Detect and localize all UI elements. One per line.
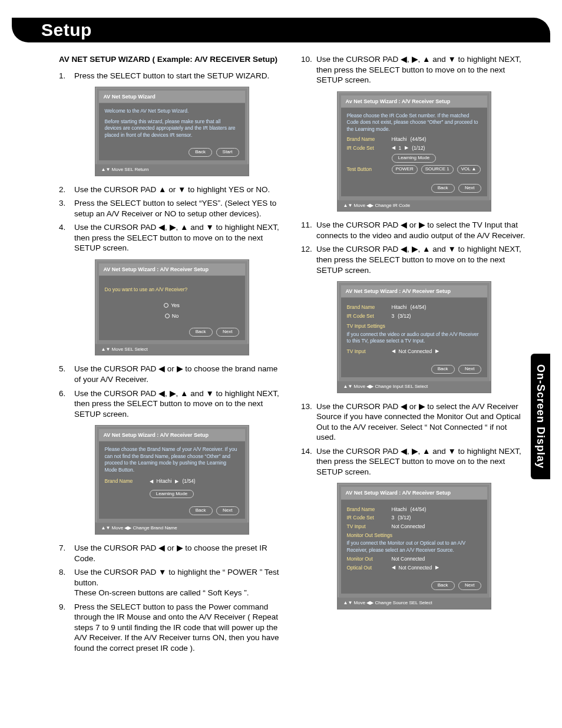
osd-msg: Please choose the Brand Name of your A/V…: [105, 446, 239, 473]
ir-label: IR Code Set: [347, 515, 388, 521]
brand-value: Hitachi: [157, 478, 172, 485]
osd-welcome: AV Net Setup Wizard Welcome to the AV Ne…: [95, 87, 249, 176]
power-button[interactable]: POWER: [392, 165, 418, 174]
steps-left: Press the SELECT button to start the SET…: [59, 71, 285, 81]
brand-index: (1/54): [182, 478, 195, 485]
osd-ircode: Av Net Setup Wizard : A/V Receiver Setup…: [337, 91, 491, 212]
radio-icon[interactable]: [165, 314, 170, 318]
tvinput-label: TV Input: [347, 348, 388, 355]
step-text: Use the CURSOR PAD ◀, ▶, ▲ and ▼ to high…: [316, 54, 527, 85]
osd-header: AV Net Setup Wizard : A/V Receiver Setup: [341, 487, 487, 499]
osd-header: AV Net Setup Wizard : A/V Receiver Setup: [99, 429, 245, 442]
radio-icon[interactable]: [164, 303, 168, 308]
osd-header: Av Net Setup Wizard : A/V Receiver Setup: [341, 95, 487, 108]
osd-back-button[interactable]: Back: [189, 506, 213, 515]
test-label: Test Button: [347, 166, 388, 173]
osd-tvinput: AV Net Setup Wizard : A/V Receiver Setup…: [337, 281, 491, 393]
step-text: Use the CURSOR PAD ◀, ▶, ▲ and ▼ to high…: [316, 446, 527, 477]
tv-settings-msg: If you connect the video or audio output…: [347, 331, 481, 345]
step-text: Press the SELECT button to start the SET…: [74, 71, 285, 81]
opt-yes[interactable]: Yes: [171, 302, 180, 308]
step-text: Use the CURSOR PAD ◀ or ▶ to choose the …: [74, 543, 285, 564]
steps-left-2: Use the CURSOR PAD ▲ or ▼ to highlight Y…: [59, 185, 285, 253]
step-text: Use the CURSOR PAD ▲ or ▼ to highlight Y…: [74, 185, 285, 195]
ir-index: (3/12): [398, 515, 411, 521]
osd-back-button[interactable]: Back: [431, 184, 455, 193]
opticalout-value: Not Connected: [399, 565, 432, 571]
steps-left-3: Use the CURSOR PAD ◀ or ▶ to choose the …: [59, 364, 285, 419]
right-arrow-icon[interactable]: ▶: [435, 565, 439, 571]
osd-start-button[interactable]: Start: [216, 148, 239, 157]
step-text: Use the CURSOR PAD ◀ or ▶ to select the …: [316, 401, 527, 443]
brand-index: (44/54): [410, 136, 426, 143]
osd-back-button[interactable]: Back: [189, 328, 213, 337]
opt-no[interactable]: No: [172, 313, 179, 319]
monitorout-msg: If you connect the Monitor out or Optica…: [347, 540, 481, 554]
step-text: Use the CURSOR PAD ▼ to highlight the “ …: [74, 567, 285, 598]
learning-mode-button[interactable]: Learning Mode: [392, 154, 436, 163]
monitorout-label: Monitor Out: [347, 556, 388, 562]
opticalout-label: Optical Out: [347, 565, 388, 571]
step-text: Press the SELECT button to pass the Powe…: [74, 602, 285, 654]
left-arrow-icon[interactable]: ◀: [392, 348, 395, 355]
osd-header: AV Net Setup Wizard : A/V Receiver Setup: [341, 285, 487, 298]
ir-value: 1: [399, 145, 402, 151]
brand-label: Brand Name: [347, 304, 388, 311]
content-columns: AV NET SETUP WIZARD ( Example: A/V RECEI…: [0, 54, 562, 657]
osd-footer: ▲▼ Move SEL Return: [95, 164, 249, 176]
osd-brand: AV Net Setup Wizard : A/V Receiver Setup…: [95, 425, 249, 535]
brand-value: Hitachi: [392, 136, 407, 143]
osd-monitorout: AV Net Setup Wizard : A/V Receiver Setup…: [337, 483, 491, 609]
osd-back-button[interactable]: Back: [431, 581, 455, 590]
section-heading: AV NET SETUP WIZARD ( Example: A/V RECEI…: [59, 54, 285, 65]
steps-right-2: Use the CURSOR PAD ◀ or ▶ to select the …: [301, 220, 527, 275]
tvinput-value: Not Connected: [392, 523, 425, 530]
left-arrow-icon[interactable]: ◀: [392, 565, 395, 571]
ir-index: (3/12): [398, 313, 411, 319]
brand-value: Hitachi: [392, 506, 407, 513]
ir-value: 3: [392, 515, 395, 521]
brand-label: Brand Name: [105, 478, 146, 485]
side-tab: On-Screen Display: [531, 354, 550, 479]
steps-left-4: Use the CURSOR PAD ◀ or ▶ to choose the …: [59, 543, 285, 653]
osd-footer: ▲▼ Move SEL Select: [95, 344, 249, 355]
learning-mode-button[interactable]: Learning Mode: [150, 490, 194, 499]
source-button[interactable]: SOURCE 1: [421, 165, 454, 174]
steps-right-1: Use the CURSOR PAD ◀, ▶, ▲ and ▼ to high…: [301, 54, 527, 85]
vol-button[interactable]: VOL ▲: [457, 165, 481, 174]
ir-index: (1/12): [412, 145, 425, 151]
brand-label: Brand Name: [347, 136, 388, 143]
step-text: Use the CURSOR PAD ◀ or ▶ to choose the …: [74, 364, 285, 384]
step-text: Use the CURSOR PAD ◀, ▶, ▲ and ▼ to high…: [316, 244, 527, 275]
brand-index: (44/54): [410, 506, 426, 513]
osd-back-button[interactable]: Back: [189, 148, 212, 157]
step-text: Press the SELECT button to select “YES”.…: [74, 198, 285, 219]
step-text: Use the CURSOR PAD ◀, ▶, ▲ and ▼ to high…: [74, 388, 285, 420]
steps-right-3: Use the CURSOR PAD ◀ or ▶ to select the …: [301, 401, 527, 477]
ir-label: IR Code Set: [347, 145, 388, 151]
left-arrow-icon[interactable]: ◀: [150, 479, 153, 485]
osd-next-button[interactable]: Next: [216, 506, 239, 515]
tv-settings-head: TV Input Settings: [347, 323, 481, 330]
osd-footer: ▲▼ Move ◀▶ Change Source SEL Select: [338, 597, 491, 609]
right-arrow-icon[interactable]: ▶: [405, 145, 408, 151]
brand-value: Hitachi: [392, 304, 407, 311]
right-arrow-icon[interactable]: ▶: [175, 479, 178, 485]
right-arrow-icon[interactable]: ▶: [435, 348, 439, 355]
osd-footer: ▲▼ Move ◀▶ Change Brand Name: [95, 522, 249, 534]
page-title: Setup: [12, 18, 550, 42]
osd-next-button[interactable]: Next: [458, 581, 481, 590]
osd-header: AV Net Setup Wizard: [99, 91, 245, 103]
osd-next-button[interactable]: Next: [216, 328, 239, 337]
osd-next-button[interactable]: Next: [458, 184, 481, 193]
osd-back-button[interactable]: Back: [431, 365, 455, 374]
step-text: Use the CURSOR PAD ◀ or ▶ to select the …: [316, 220, 527, 241]
monitorout-value: Not Connected: [392, 556, 425, 562]
left-arrow-icon[interactable]: ◀: [392, 145, 395, 151]
osd-header: AV Net Setup Wizard : A/V Receiver Setup: [99, 263, 245, 276]
osd-line: Before starting this wizard, please make…: [105, 118, 239, 139]
ir-label: IR Code Set: [347, 313, 388, 319]
tvinput-value: Not Connected: [399, 348, 432, 355]
osd-next-button[interactable]: Next: [458, 365, 481, 374]
osd-question: Do you want to use an A/V Receiver?: [105, 286, 239, 293]
